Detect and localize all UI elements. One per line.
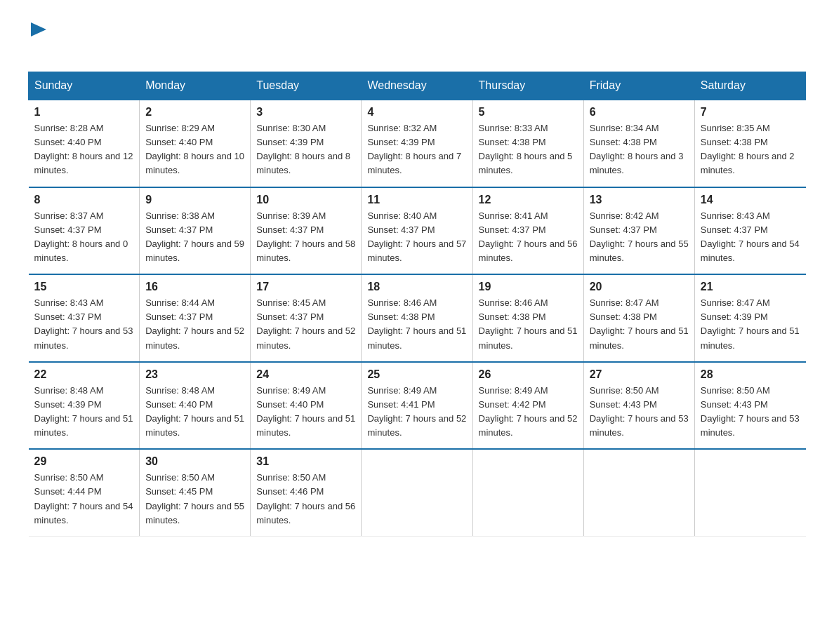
day-info: Sunrise: 8:50 AMSunset: 4:45 PMDaylight:… <box>145 472 244 525</box>
day-number: 5 <box>479 106 578 119</box>
day-number: 27 <box>590 368 689 381</box>
logo-triangle-icon <box>31 22 46 36</box>
day-number: 16 <box>145 281 244 293</box>
calendar-day-cell: 26Sunrise: 8:49 AMSunset: 4:42 PMDayligh… <box>472 362 583 450</box>
calendar-week-row: 8Sunrise: 8:37 AMSunset: 4:37 PMDaylight… <box>29 187 806 275</box>
day-info: Sunrise: 8:29 AMSunset: 4:40 PMDaylight:… <box>145 123 244 175</box>
calendar-week-row: 29Sunrise: 8:50 AMSunset: 4:44 PMDayligh… <box>29 449 806 536</box>
day-info: Sunrise: 8:30 AMSunset: 4:39 PMDaylight:… <box>256 123 350 175</box>
calendar-week-row: 1Sunrise: 8:28 AMSunset: 4:40 PMDaylight… <box>29 100 806 187</box>
calendar-day-cell: 13Sunrise: 8:42 AMSunset: 4:37 PMDayligh… <box>583 187 694 275</box>
page-header <box>28 21 806 58</box>
calendar-day-cell: 18Sunrise: 8:46 AMSunset: 4:38 PMDayligh… <box>362 274 472 362</box>
day-info: Sunrise: 8:49 AMSunset: 4:40 PMDaylight:… <box>256 385 355 438</box>
day-info: Sunrise: 8:41 AMSunset: 4:37 PMDaylight:… <box>479 210 578 263</box>
svg-marker-0 <box>31 22 46 36</box>
day-info: Sunrise: 8:47 AMSunset: 4:39 PMDaylight:… <box>701 297 800 350</box>
day-info: Sunrise: 8:46 AMSunset: 4:38 PMDaylight:… <box>479 297 578 350</box>
day-number: 19 <box>479 281 578 293</box>
calendar-day-cell: 12Sunrise: 8:41 AMSunset: 4:37 PMDayligh… <box>472 187 583 275</box>
day-info: Sunrise: 8:49 AMSunset: 4:41 PMDaylight:… <box>367 385 466 438</box>
calendar-day-cell: 3Sunrise: 8:30 AMSunset: 4:39 PMDaylight… <box>251 100 362 187</box>
day-number: 17 <box>256 281 355 293</box>
day-number: 1 <box>34 106 134 119</box>
day-info: Sunrise: 8:48 AMSunset: 4:39 PMDaylight:… <box>34 385 133 438</box>
day-info: Sunrise: 8:46 AMSunset: 4:38 PMDaylight:… <box>367 297 466 350</box>
calendar-day-cell: 30Sunrise: 8:50 AMSunset: 4:45 PMDayligh… <box>140 449 251 536</box>
day-number: 25 <box>367 368 466 381</box>
weekday-header-saturday: Saturday <box>694 72 805 100</box>
day-info: Sunrise: 8:50 AMSunset: 4:46 PMDaylight:… <box>256 472 355 525</box>
calendar-day-cell: 17Sunrise: 8:45 AMSunset: 4:37 PMDayligh… <box>251 274 362 362</box>
day-info: Sunrise: 8:50 AMSunset: 4:43 PMDaylight:… <box>701 385 800 438</box>
calendar-day-cell <box>583 449 694 536</box>
day-number: 28 <box>701 368 800 381</box>
calendar-day-cell: 8Sunrise: 8:37 AMSunset: 4:37 PMDaylight… <box>29 187 140 275</box>
calendar-day-cell: 23Sunrise: 8:48 AMSunset: 4:40 PMDayligh… <box>140 362 251 450</box>
calendar-day-cell: 27Sunrise: 8:50 AMSunset: 4:43 PMDayligh… <box>583 362 694 450</box>
day-number: 24 <box>256 368 355 381</box>
calendar-day-cell: 1Sunrise: 8:28 AMSunset: 4:40 PMDaylight… <box>29 100 140 187</box>
weekday-header-thursday: Thursday <box>472 72 583 100</box>
day-number: 11 <box>367 194 466 206</box>
weekday-header-sunday: Sunday <box>29 72 140 100</box>
day-info: Sunrise: 8:49 AMSunset: 4:42 PMDaylight:… <box>479 385 578 438</box>
logo <box>28 21 46 58</box>
calendar-day-cell: 2Sunrise: 8:29 AMSunset: 4:40 PMDaylight… <box>140 100 251 187</box>
calendar-table: SundayMondayTuesdayWednesdayThursdayFrid… <box>28 72 806 537</box>
calendar-day-cell: 6Sunrise: 8:34 AMSunset: 4:38 PMDaylight… <box>583 100 694 187</box>
weekday-header-monday: Monday <box>140 72 251 100</box>
calendar-week-row: 22Sunrise: 8:48 AMSunset: 4:39 PMDayligh… <box>29 362 806 450</box>
calendar-day-cell: 10Sunrise: 8:39 AMSunset: 4:37 PMDayligh… <box>251 187 362 275</box>
day-number: 22 <box>34 368 134 381</box>
day-info: Sunrise: 8:33 AMSunset: 4:38 PMDaylight:… <box>479 123 573 175</box>
calendar-day-cell: 15Sunrise: 8:43 AMSunset: 4:37 PMDayligh… <box>29 274 140 362</box>
calendar-day-cell: 31Sunrise: 8:50 AMSunset: 4:46 PMDayligh… <box>251 449 362 536</box>
calendar-day-cell: 7Sunrise: 8:35 AMSunset: 4:38 PMDaylight… <box>694 100 805 187</box>
day-info: Sunrise: 8:32 AMSunset: 4:39 PMDaylight:… <box>367 123 461 175</box>
calendar-day-cell: 22Sunrise: 8:48 AMSunset: 4:39 PMDayligh… <box>29 362 140 450</box>
day-number: 30 <box>145 455 244 468</box>
calendar-day-cell <box>362 449 472 536</box>
day-info: Sunrise: 8:45 AMSunset: 4:37 PMDaylight:… <box>256 297 355 350</box>
calendar-day-cell <box>694 449 805 536</box>
calendar-day-cell: 5Sunrise: 8:33 AMSunset: 4:38 PMDaylight… <box>472 100 583 187</box>
calendar-day-cell: 9Sunrise: 8:38 AMSunset: 4:37 PMDaylight… <box>140 187 251 275</box>
day-info: Sunrise: 8:35 AMSunset: 4:38 PMDaylight:… <box>701 123 795 175</box>
calendar-day-cell: 11Sunrise: 8:40 AMSunset: 4:37 PMDayligh… <box>362 187 472 275</box>
day-info: Sunrise: 8:34 AMSunset: 4:38 PMDaylight:… <box>590 123 684 175</box>
day-number: 18 <box>367 281 466 293</box>
day-number: 6 <box>590 106 689 119</box>
day-info: Sunrise: 8:48 AMSunset: 4:40 PMDaylight:… <box>145 385 244 438</box>
calendar-day-cell: 21Sunrise: 8:47 AMSunset: 4:39 PMDayligh… <box>694 274 805 362</box>
day-info: Sunrise: 8:38 AMSunset: 4:37 PMDaylight:… <box>145 210 244 263</box>
day-info: Sunrise: 8:44 AMSunset: 4:37 PMDaylight:… <box>145 297 244 350</box>
day-info: Sunrise: 8:39 AMSunset: 4:37 PMDaylight:… <box>256 210 355 263</box>
calendar-day-cell: 25Sunrise: 8:49 AMSunset: 4:41 PMDayligh… <box>362 362 472 450</box>
day-number: 7 <box>701 106 800 119</box>
day-number: 20 <box>590 281 689 293</box>
day-number: 9 <box>145 194 244 206</box>
calendar-day-cell: 19Sunrise: 8:46 AMSunset: 4:38 PMDayligh… <box>472 274 583 362</box>
weekday-header-friday: Friday <box>583 72 694 100</box>
calendar-day-cell: 29Sunrise: 8:50 AMSunset: 4:44 PMDayligh… <box>29 449 140 536</box>
day-number: 31 <box>256 455 355 468</box>
day-info: Sunrise: 8:37 AMSunset: 4:37 PMDaylight:… <box>34 210 128 263</box>
day-number: 15 <box>34 281 134 293</box>
day-number: 8 <box>34 194 134 206</box>
day-number: 10 <box>256 194 355 206</box>
day-number: 4 <box>367 106 466 119</box>
day-info: Sunrise: 8:50 AMSunset: 4:43 PMDaylight:… <box>590 385 689 438</box>
day-info: Sunrise: 8:42 AMSunset: 4:37 PMDaylight:… <box>590 210 689 263</box>
day-number: 14 <box>701 194 800 206</box>
day-number: 12 <box>479 194 578 206</box>
day-info: Sunrise: 8:50 AMSunset: 4:44 PMDaylight:… <box>34 472 133 525</box>
day-number: 26 <box>479 368 578 381</box>
calendar-day-cell: 24Sunrise: 8:49 AMSunset: 4:40 PMDayligh… <box>251 362 362 450</box>
day-number: 29 <box>34 455 134 468</box>
day-info: Sunrise: 8:28 AMSunset: 4:40 PMDaylight:… <box>34 123 133 175</box>
calendar-day-cell: 16Sunrise: 8:44 AMSunset: 4:37 PMDayligh… <box>140 274 251 362</box>
weekday-header-tuesday: Tuesday <box>251 72 362 100</box>
day-number: 2 <box>145 106 244 119</box>
day-number: 3 <box>256 106 355 119</box>
